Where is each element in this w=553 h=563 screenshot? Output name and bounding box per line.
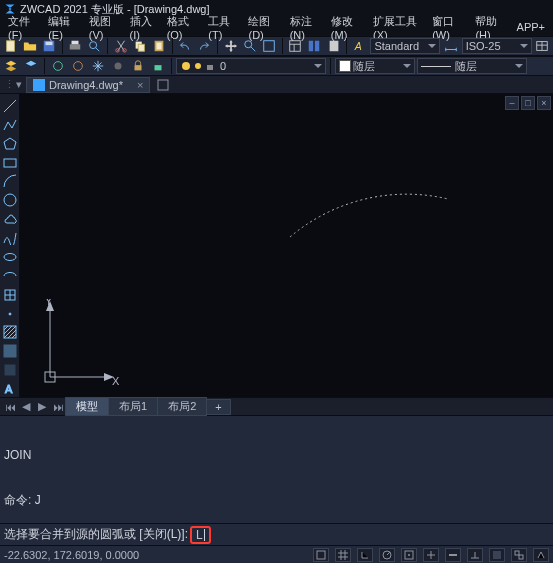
model-toggle[interactable]	[489, 548, 505, 562]
polygon-tool[interactable]	[2, 136, 18, 152]
command-history[interactable]: JOIN 命令: J JOIN 选择源对象或要一次合并的多个对象: 找到 1 个…	[0, 416, 553, 523]
layer-states-button[interactable]	[22, 57, 40, 75]
layer-lock-button[interactable]	[129, 57, 147, 75]
linetype-select[interactable]: 随层	[417, 58, 527, 74]
layout-last-icon[interactable]: ⏭	[50, 400, 66, 414]
copy-button[interactable]	[131, 37, 148, 55]
zoom-extents-button[interactable]	[260, 37, 277, 55]
cycle-toggle[interactable]	[511, 548, 527, 562]
cmd-line: JOIN	[4, 448, 549, 463]
text-style-select[interactable]: Standard	[370, 38, 440, 54]
save-button[interactable]	[40, 37, 57, 55]
layer-manager-button[interactable]	[2, 57, 20, 75]
svg-rect-29	[158, 80, 168, 90]
text-tool[interactable]: A	[2, 381, 18, 397]
dyn-toggle[interactable]	[467, 548, 483, 562]
open-button[interactable]	[21, 37, 38, 55]
pline-tool[interactable]	[2, 117, 18, 133]
table-style-button[interactable]	[534, 37, 551, 55]
menu-app[interactable]: APP+	[513, 20, 549, 34]
layout-prev-icon[interactable]: ◀	[18, 400, 34, 414]
revcloud-tool[interactable]	[2, 211, 18, 227]
print-button[interactable]	[67, 37, 84, 55]
pan-button[interactable]	[222, 37, 239, 55]
tab-model[interactable]: 模型	[65, 397, 109, 416]
svg-point-12	[245, 41, 252, 48]
preview-button[interactable]	[86, 37, 103, 55]
command-input-row[interactable]: 选择要合并到源的圆弧或 [关闭(L)]: L	[0, 523, 553, 545]
layer-off-button[interactable]	[109, 57, 127, 75]
svg-text:Y: Y	[45, 299, 53, 307]
svg-point-6	[115, 49, 119, 53]
circle-tool[interactable]	[2, 192, 18, 208]
doc-tab-new-icon[interactable]	[156, 78, 172, 92]
osnap-toggle[interactable]	[401, 548, 417, 562]
spline-tool[interactable]	[2, 230, 18, 246]
block-tool[interactable]	[2, 287, 18, 303]
tab-add-layout[interactable]: +	[206, 399, 230, 415]
color-swatch	[339, 60, 351, 72]
polar-toggle[interactable]	[379, 548, 395, 562]
dim-style-select[interactable]: ISO-25	[462, 38, 532, 54]
undo-button[interactable]	[177, 37, 194, 55]
svg-point-20	[54, 62, 63, 71]
redo-button[interactable]	[196, 37, 213, 55]
otrack-toggle[interactable]	[423, 548, 439, 562]
grid-toggle[interactable]	[335, 548, 351, 562]
tool-palette-button[interactable]	[325, 37, 342, 55]
doc-tab-close-icon[interactable]: ×	[137, 79, 143, 91]
tabs-dropdown-icon[interactable]: ▾	[16, 78, 22, 91]
svg-rect-37	[5, 365, 15, 375]
layer-uniso-button[interactable]	[69, 57, 87, 75]
ellipse-arc-tool[interactable]	[2, 268, 18, 284]
svg-rect-17	[329, 41, 338, 52]
tabs-handle-icon[interactable]: ⋮	[4, 78, 12, 91]
rect-tool[interactable]	[2, 155, 18, 171]
tab-layout2[interactable]: 布局2	[157, 397, 207, 416]
new-button[interactable]	[2, 37, 19, 55]
text-style-button[interactable]: A	[351, 37, 368, 55]
svg-point-32	[4, 253, 16, 260]
zoom-button[interactable]	[241, 37, 258, 55]
cut-button[interactable]	[112, 37, 129, 55]
line-tool[interactable]	[2, 98, 18, 114]
layer-select[interactable]: 0	[176, 58, 326, 74]
dim-style-value: ISO-25	[466, 40, 501, 52]
svg-point-7	[122, 49, 126, 53]
layer-unlock-button[interactable]	[149, 57, 167, 75]
dim-style-button[interactable]	[442, 37, 459, 55]
svg-point-21	[74, 62, 83, 71]
layout-next-icon[interactable]: ▶	[34, 400, 50, 414]
statusbar: -22.6302, 172.6019, 0.0000	[0, 545, 553, 563]
doc-tab-drawing4[interactable]: Drawing4.dwg* ×	[26, 77, 150, 93]
linetype-value: 随层	[455, 59, 477, 74]
command-prompt: 选择要合并到源的圆弧或 [关闭(L)]:	[4, 526, 188, 543]
paste-button[interactable]	[150, 37, 167, 55]
command-window: JOIN 命令: J JOIN 选择源对象或要一次合并的多个对象: 找到 1 个…	[0, 415, 553, 545]
design-center-button[interactable]	[306, 37, 323, 55]
tab-layout1[interactable]: 布局1	[108, 397, 158, 416]
ann-toggle[interactable]	[533, 548, 549, 562]
properties-button[interactable]	[287, 37, 304, 55]
svg-text:A: A	[354, 40, 362, 52]
svg-rect-30	[4, 159, 16, 167]
gradient-tool[interactable]	[2, 343, 18, 359]
ellipse-tool[interactable]	[2, 249, 18, 265]
svg-rect-24	[155, 65, 162, 70]
point-tool[interactable]	[2, 306, 18, 322]
color-select[interactable]: 随层	[335, 58, 415, 74]
ortho-toggle[interactable]	[357, 548, 373, 562]
cmd-line: 命令: J	[4, 493, 549, 508]
snap-toggle[interactable]	[313, 548, 329, 562]
lwt-toggle[interactable]	[445, 548, 461, 562]
layout-first-icon[interactable]: ⏮	[2, 400, 18, 414]
region-tool[interactable]	[2, 362, 18, 378]
svg-rect-23	[135, 65, 142, 70]
layer-iso-button[interactable]	[49, 57, 67, 75]
svg-rect-15	[309, 41, 313, 52]
layer-freeze-button[interactable]	[89, 57, 107, 75]
svg-rect-46	[317, 551, 325, 559]
hatch-tool[interactable]	[2, 325, 18, 341]
arc-tool[interactable]	[2, 174, 18, 190]
drawing-canvas[interactable]: – □ × Y X	[20, 94, 553, 397]
